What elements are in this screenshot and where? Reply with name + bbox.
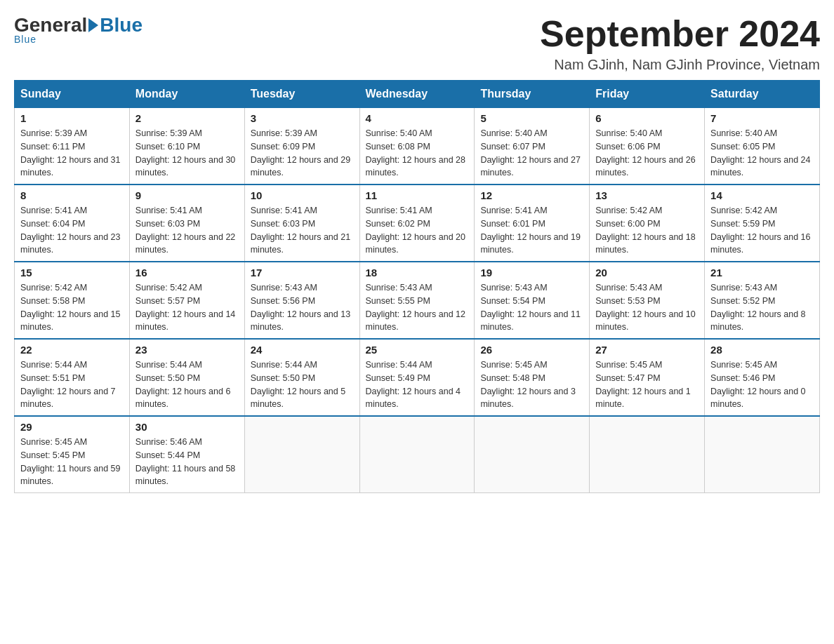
day-number: 6	[595, 112, 699, 124]
weekday-header-friday: Friday	[590, 81, 705, 108]
calendar-day-cell: 20Sunrise: 5:43 AMSunset: 5:53 PMDayligh…	[590, 262, 705, 339]
day-number: 11	[366, 189, 469, 201]
day-number: 14	[710, 189, 814, 201]
day-info: Sunrise: 5:45 AMSunset: 5:48 PMDaylight:…	[480, 358, 583, 411]
calendar-day-cell: 25Sunrise: 5:44 AMSunset: 5:49 PMDayligh…	[359, 339, 475, 416]
day-number: 25	[366, 344, 469, 356]
logo-blue-text: Blue	[100, 14, 143, 36]
logo: General Blue Blue	[14, 14, 143, 45]
day-number: 13	[595, 189, 699, 201]
logo-underline-text: Blue	[14, 34, 37, 45]
calendar-day-cell: 11Sunrise: 5:41 AMSunset: 6:02 PMDayligh…	[359, 185, 475, 262]
day-number: 3	[251, 112, 354, 124]
calendar-week-row: 1Sunrise: 5:39 AMSunset: 6:11 PMDaylight…	[15, 108, 820, 185]
calendar-day-cell: 10Sunrise: 5:41 AMSunset: 6:03 PMDayligh…	[244, 185, 359, 262]
calendar-day-cell	[590, 416, 705, 493]
calendar-week-row: 29Sunrise: 5:45 AMSunset: 5:45 PMDayligh…	[15, 416, 820, 493]
day-number: 4	[366, 112, 469, 124]
location-subtitle: Nam GJinh, Nam GJinh Province, Vietnam	[540, 57, 820, 73]
day-number: 5	[480, 112, 583, 124]
calendar-day-cell: 7Sunrise: 5:40 AMSunset: 6:05 PMDaylight…	[705, 108, 820, 185]
day-number: 12	[480, 189, 583, 201]
calendar-day-cell: 19Sunrise: 5:43 AMSunset: 5:54 PMDayligh…	[475, 262, 590, 339]
calendar-day-cell: 22Sunrise: 5:44 AMSunset: 5:51 PMDayligh…	[15, 339, 130, 416]
weekday-header-wednesday: Wednesday	[359, 81, 475, 108]
calendar-day-cell: 24Sunrise: 5:44 AMSunset: 5:50 PMDayligh…	[244, 339, 359, 416]
calendar-day-cell: 29Sunrise: 5:45 AMSunset: 5:45 PMDayligh…	[15, 416, 130, 493]
day-number: 24	[251, 344, 354, 356]
day-info: Sunrise: 5:40 AMSunset: 6:06 PMDaylight:…	[595, 127, 699, 180]
day-info: Sunrise: 5:42 AMSunset: 6:00 PMDaylight:…	[595, 204, 699, 257]
day-info: Sunrise: 5:44 AMSunset: 5:49 PMDaylight:…	[366, 358, 469, 411]
calendar-day-cell	[705, 416, 820, 493]
day-info: Sunrise: 5:40 AMSunset: 6:08 PMDaylight:…	[366, 127, 469, 180]
calendar-day-cell: 27Sunrise: 5:45 AMSunset: 5:47 PMDayligh…	[590, 339, 705, 416]
day-info: Sunrise: 5:44 AMSunset: 5:51 PMDaylight:…	[20, 358, 124, 411]
day-info: Sunrise: 5:43 AMSunset: 5:53 PMDaylight:…	[595, 281, 699, 334]
calendar-day-cell: 3Sunrise: 5:39 AMSunset: 6:09 PMDaylight…	[244, 108, 359, 185]
day-number: 27	[595, 344, 699, 356]
day-number: 21	[710, 267, 814, 279]
day-number: 20	[595, 267, 699, 279]
day-info: Sunrise: 5:43 AMSunset: 5:54 PMDaylight:…	[480, 281, 583, 334]
day-number: 16	[135, 267, 239, 279]
title-block: September 2024 Nam GJinh, Nam GJinh Prov…	[540, 14, 820, 73]
day-number: 19	[480, 267, 583, 279]
day-info: Sunrise: 5:43 AMSunset: 5:55 PMDaylight:…	[366, 281, 469, 334]
day-number: 7	[710, 112, 814, 124]
day-info: Sunrise: 5:41 AMSunset: 6:04 PMDaylight:…	[20, 204, 124, 257]
calendar-day-cell: 15Sunrise: 5:42 AMSunset: 5:58 PMDayligh…	[15, 262, 130, 339]
calendar-day-cell: 13Sunrise: 5:42 AMSunset: 6:00 PMDayligh…	[590, 185, 705, 262]
day-number: 10	[251, 189, 354, 201]
calendar-day-cell: 17Sunrise: 5:43 AMSunset: 5:56 PMDayligh…	[244, 262, 359, 339]
page-header: General Blue Blue September 2024 Nam GJi…	[14, 14, 820, 73]
calendar-day-cell: 16Sunrise: 5:42 AMSunset: 5:57 PMDayligh…	[129, 262, 244, 339]
calendar-table: SundayMondayTuesdayWednesdayThursdayFrid…	[14, 80, 820, 493]
day-number: 30	[135, 421, 239, 433]
day-info: Sunrise: 5:42 AMSunset: 5:57 PMDaylight:…	[135, 281, 239, 334]
day-number: 1	[20, 112, 124, 124]
calendar-day-cell: 18Sunrise: 5:43 AMSunset: 5:55 PMDayligh…	[359, 262, 475, 339]
day-info: Sunrise: 5:42 AMSunset: 5:59 PMDaylight:…	[710, 204, 814, 257]
day-info: Sunrise: 5:45 AMSunset: 5:45 PMDaylight:…	[20, 436, 124, 488]
calendar-day-cell: 6Sunrise: 5:40 AMSunset: 6:06 PMDaylight…	[590, 108, 705, 185]
day-number: 8	[20, 189, 124, 201]
day-number: 26	[480, 344, 583, 356]
calendar-day-cell: 9Sunrise: 5:41 AMSunset: 6:03 PMDaylight…	[129, 185, 244, 262]
month-title: September 2024	[540, 14, 820, 54]
day-info: Sunrise: 5:41 AMSunset: 6:03 PMDaylight:…	[251, 204, 354, 257]
calendar-day-cell	[359, 416, 475, 493]
weekday-header-sunday: Sunday	[15, 81, 130, 108]
day-number: 23	[135, 344, 239, 356]
day-info: Sunrise: 5:39 AMSunset: 6:11 PMDaylight:…	[20, 127, 124, 180]
calendar-week-row: 15Sunrise: 5:42 AMSunset: 5:58 PMDayligh…	[15, 262, 820, 339]
calendar-week-row: 8Sunrise: 5:41 AMSunset: 6:04 PMDaylight…	[15, 185, 820, 262]
calendar-day-cell: 5Sunrise: 5:40 AMSunset: 6:07 PMDaylight…	[475, 108, 590, 185]
calendar-day-cell	[244, 416, 359, 493]
day-info: Sunrise: 5:41 AMSunset: 6:01 PMDaylight:…	[480, 204, 583, 257]
calendar-day-cell: 2Sunrise: 5:39 AMSunset: 6:10 PMDaylight…	[129, 108, 244, 185]
day-info: Sunrise: 5:40 AMSunset: 6:07 PMDaylight:…	[480, 127, 583, 180]
day-number: 18	[366, 267, 469, 279]
weekday-header-row: SundayMondayTuesdayWednesdayThursdayFrid…	[15, 81, 820, 108]
calendar-day-cell: 23Sunrise: 5:44 AMSunset: 5:50 PMDayligh…	[129, 339, 244, 416]
day-number: 15	[20, 267, 124, 279]
day-number: 29	[20, 421, 124, 433]
calendar-day-cell: 12Sunrise: 5:41 AMSunset: 6:01 PMDayligh…	[475, 185, 590, 262]
weekday-header-tuesday: Tuesday	[244, 81, 359, 108]
day-number: 28	[710, 344, 814, 356]
calendar-day-cell: 14Sunrise: 5:42 AMSunset: 5:59 PMDayligh…	[705, 185, 820, 262]
day-info: Sunrise: 5:40 AMSunset: 6:05 PMDaylight:…	[710, 127, 814, 180]
day-info: Sunrise: 5:42 AMSunset: 5:58 PMDaylight:…	[20, 281, 124, 334]
day-number: 17	[251, 267, 354, 279]
calendar-day-cell: 8Sunrise: 5:41 AMSunset: 6:04 PMDaylight…	[15, 185, 130, 262]
calendar-day-cell: 1Sunrise: 5:39 AMSunset: 6:11 PMDaylight…	[15, 108, 130, 185]
weekday-header-thursday: Thursday	[475, 81, 590, 108]
calendar-day-cell: 4Sunrise: 5:40 AMSunset: 6:08 PMDaylight…	[359, 108, 475, 185]
day-info: Sunrise: 5:45 AMSunset: 5:46 PMDaylight:…	[710, 358, 814, 411]
day-info: Sunrise: 5:45 AMSunset: 5:47 PMDaylight:…	[595, 358, 699, 411]
day-info: Sunrise: 5:46 AMSunset: 5:44 PMDaylight:…	[135, 436, 239, 488]
calendar-day-cell: 30Sunrise: 5:46 AMSunset: 5:44 PMDayligh…	[129, 416, 244, 493]
weekday-header-monday: Monday	[129, 81, 244, 108]
day-info: Sunrise: 5:39 AMSunset: 6:09 PMDaylight:…	[251, 127, 354, 180]
